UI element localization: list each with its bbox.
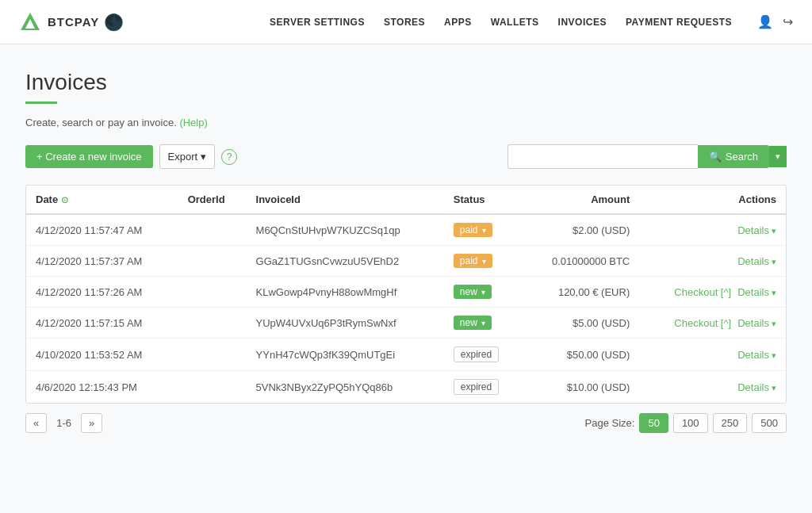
pagination-bar: « 1-6 » Page Size: 50 100 250 500 [25, 404, 787, 433]
cell-invoiceid: GGaZ1TUGsnCvwzuU5VEhD2 [247, 246, 444, 277]
nav-invoices[interactable]: INVOICES [558, 17, 607, 28]
cell-status: expired [444, 339, 522, 371]
subtitle-text: Create, search or pay an invoice. [25, 117, 177, 128]
page-size-50[interactable]: 50 [639, 413, 668, 433]
page-size-250[interactable]: 250 [713, 413, 748, 433]
user-icon[interactable]: 👤 [757, 14, 773, 29]
search-label: Search [726, 151, 758, 163]
status-badge[interactable]: expired [454, 346, 499, 362]
cell-orderid [178, 308, 247, 339]
toolbar-right: 🔍 Search ▾ [508, 144, 787, 169]
cell-date: 4/12/2020 11:57:47 AM [26, 214, 178, 246]
action-details[interactable]: Details [737, 224, 769, 236]
details-dropdown-icon[interactable]: ▾ [769, 383, 776, 392]
search-button[interactable]: 🔍 Search [698, 145, 769, 168]
action-details[interactable]: Details [737, 349, 769, 361]
page-subtitle: Create, search or pay an invoice. (Help) [25, 117, 787, 128]
page-size-label: Page Size: [585, 417, 635, 429]
cell-orderid [178, 371, 247, 404]
create-invoice-button[interactable]: + Create a new invoice [25, 145, 153, 168]
action-details[interactable]: Details [737, 286, 769, 298]
status-badge[interactable]: paid ▾ [454, 223, 492, 237]
action-checkout----[interactable]: Checkout [^] [674, 317, 731, 329]
action-details[interactable]: Details [737, 381, 769, 393]
cell-amount: $2.00 (USD) [522, 214, 639, 246]
cell-actions: Details ▾ [639, 371, 786, 404]
details-dropdown-icon[interactable]: ▾ [769, 257, 776, 266]
details-dropdown-icon[interactable]: ▾ [769, 350, 776, 360]
page-size-500[interactable]: 500 [752, 413, 787, 433]
cell-orderid [178, 214, 247, 246]
details-dropdown-icon[interactable]: ▾ [769, 288, 776, 297]
cell-invoiceid: YUpW4UVxUq6P3tRymSwNxf [247, 308, 444, 339]
status-badge[interactable]: new ▾ [454, 285, 492, 299]
nav-wallets[interactable]: WALLETS [491, 17, 539, 28]
cell-actions: Details ▾ [639, 246, 786, 277]
action-details[interactable]: Details [737, 255, 769, 267]
cell-invoiceid: KLwGowp4PvnyH88owMmgHf [247, 277, 444, 308]
invoices-table: Date ⊙ OrderId InvoiceId Status Amount A… [26, 186, 786, 403]
nav-stores[interactable]: STORES [384, 17, 425, 28]
table-row: 4/12/2020 11:57:47 AMM6QCnStUHvpW7KUZCSq… [26, 214, 786, 246]
cell-date: 4/10/2020 11:53:52 AM [26, 339, 178, 371]
next-page-button[interactable]: » [81, 413, 102, 433]
status-badge[interactable]: new ▾ [454, 316, 492, 330]
search-dropdown-button[interactable]: ▾ [769, 146, 787, 167]
cell-orderid [178, 277, 247, 308]
page-size-100[interactable]: 100 [673, 413, 708, 433]
details-dropdown-icon[interactable]: ▾ [769, 319, 776, 328]
title-underline [25, 101, 57, 104]
search-input[interactable] [508, 144, 698, 169]
cell-date: 4/12/2020 11:57:37 AM [26, 246, 178, 277]
signout-icon[interactable]: ↪ [783, 14, 793, 29]
tor-icon: 🌑 [104, 13, 124, 32]
cell-date: 4/6/2020 12:15:43 PM [26, 371, 178, 404]
btcpay-logo-icon [19, 11, 41, 33]
table-header-row: Date ⊙ OrderId InvoiceId Status Amount A… [26, 186, 786, 214]
cell-amount: $50.00 (USD) [522, 339, 639, 371]
nav-apps[interactable]: APPS [444, 17, 472, 28]
action-details[interactable]: Details [737, 317, 769, 329]
col-orderid: OrderId [178, 186, 247, 214]
table-row: 4/12/2020 11:57:37 AMGGaZ1TUGsnCvwzuU5VE… [26, 246, 786, 277]
cell-actions: Checkout [^]Details ▾ [639, 277, 786, 308]
search-icon: 🔍 [709, 151, 722, 163]
header: BTCPAY 🌑 SERVER SETTINGS STORES APPS WAL… [0, 0, 812, 44]
main-nav: SERVER SETTINGS STORES APPS WALLETS INVO… [270, 14, 793, 29]
cell-invoiceid: YYnH47cWQp3fK39QmUTgEi [247, 339, 444, 371]
cell-orderid [178, 246, 247, 277]
cell-actions: Details ▾ [639, 214, 786, 246]
export-button[interactable]: Export ▾ [159, 144, 216, 169]
col-status: Status [444, 186, 522, 214]
date-sort-icon[interactable]: ⊙ [61, 195, 68, 205]
invoices-table-container: Date ⊙ OrderId InvoiceId Status Amount A… [25, 185, 787, 404]
prev-page-button[interactable]: « [25, 413, 47, 433]
logo-text: BTCPAY [48, 15, 99, 29]
table-row: 4/6/2020 12:15:43 PM5VNk3NByx2ZyPQ5hYQq8… [26, 371, 786, 404]
help-icon-button[interactable]: ? [221, 149, 237, 165]
details-dropdown-icon[interactable]: ▾ [769, 226, 776, 235]
cell-status: paid ▾ [444, 214, 522, 246]
status-badge[interactable]: expired [454, 379, 499, 395]
help-link[interactable]: (Help) [179, 117, 207, 128]
cell-amount: 120,00 € (EUR) [522, 277, 639, 308]
status-badge[interactable]: paid ▾ [454, 254, 492, 268]
pagination: « 1-6 » [25, 413, 102, 433]
table-row: 4/12/2020 11:57:15 AMYUpW4UVxUq6P3tRymSw… [26, 308, 786, 339]
cell-actions: Checkout [^]Details ▾ [639, 308, 786, 339]
cell-date: 4/12/2020 11:57:15 AM [26, 308, 178, 339]
nav-server-settings[interactable]: SERVER SETTINGS [270, 17, 365, 28]
main-content: Invoices Create, search or pay an invoic… [0, 44, 812, 458]
table-row: 4/12/2020 11:57:26 AMKLwGowp4PvnyH88owMm… [26, 277, 786, 308]
cell-status: new ▾ [444, 277, 522, 308]
export-caret-icon: ▾ [201, 151, 206, 163]
col-amount: Amount [522, 186, 639, 214]
cell-amount: $10.00 (USD) [522, 371, 639, 404]
cell-orderid [178, 339, 247, 371]
action-checkout----[interactable]: Checkout [^] [674, 286, 731, 298]
export-label: Export [168, 151, 198, 163]
export-group: Export ▾ [159, 144, 216, 169]
toolbar-left: + Create a new invoice Export ▾ ? [25, 144, 237, 169]
cell-date: 4/12/2020 11:57:26 AM [26, 277, 178, 308]
nav-payment-requests[interactable]: PAYMENT REQUESTS [626, 17, 732, 28]
